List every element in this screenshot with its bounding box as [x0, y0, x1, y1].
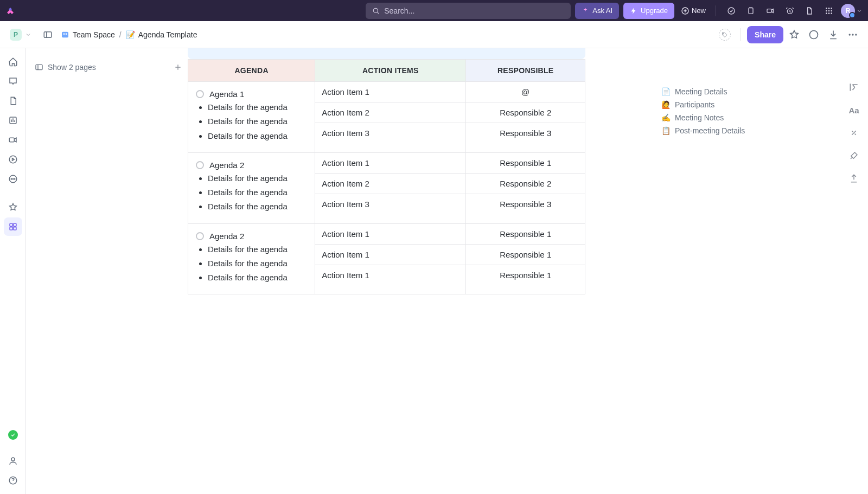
nav-docs[interactable] — [4, 92, 22, 110]
table-row: Agenda 1Details for the agen­daDetails f… — [188, 82, 585, 153]
svg-rect-32 — [13, 223, 16, 226]
nav-inbox[interactable] — [4, 72, 22, 91]
agenda-detail[interactable]: Details for the agen­da — [208, 173, 307, 184]
toc-item[interactable]: 📄Meeting Details — [661, 87, 745, 96]
doc-canvas: Show 2 pages 📄Meeting Details 🙋Participa… — [26, 48, 868, 494]
action-item[interactable]: Action Item 2 — [315, 102, 465, 123]
svg-point-12 — [826, 12, 827, 14]
svg-point-26 — [9, 156, 17, 163]
comments-button[interactable] — [805, 26, 822, 43]
svg-point-9 — [826, 10, 827, 11]
agenda-detail[interactable]: Details for the agen­da — [208, 116, 307, 127]
radio-icon[interactable] — [196, 232, 204, 240]
radio-icon[interactable] — [196, 90, 204, 98]
agenda-detail[interactable]: Details for the agen­da — [208, 244, 307, 255]
reminder-icon[interactable] — [782, 3, 797, 18]
responsible-value[interactable]: Responsible 3 — [466, 123, 585, 144]
new-button[interactable]: New — [679, 7, 708, 15]
nav-invite[interactable] — [4, 452, 22, 470]
svg-rect-15 — [44, 31, 52, 37]
divider — [740, 28, 741, 41]
nav-clips[interactable] — [4, 131, 22, 149]
action-item[interactable]: Action Item 3 — [315, 194, 465, 214]
responsible-value[interactable]: Responsible 3 — [466, 194, 585, 214]
svg-point-14 — [831, 12, 832, 14]
svg-point-19 — [723, 33, 724, 34]
apps-grid-icon[interactable] — [821, 3, 837, 18]
nav-spaces[interactable] — [4, 217, 22, 236]
agenda-cell[interactable]: Agenda 2Details for the agen­daDetails f… — [188, 223, 315, 294]
ask-ai-button[interactable]: Ask AI — [575, 3, 619, 19]
tag-button[interactable] — [716, 26, 733, 43]
upgrade-button[interactable]: Upgrade — [623, 3, 674, 19]
breadcrumb-space[interactable]: Team Space — [61, 30, 115, 39]
chevron-down-icon — [25, 31, 31, 38]
agenda-title-text: Agenda 1 — [209, 89, 244, 99]
toggle-sidebar-icon[interactable] — [40, 27, 55, 42]
add-page-button[interactable] — [172, 61, 184, 73]
svg-rect-37 — [36, 65, 42, 69]
record-icon[interactable] — [763, 3, 778, 18]
nav-more[interactable] — [4, 170, 22, 188]
svg-point-7 — [828, 8, 830, 9]
more-button[interactable] — [844, 26, 861, 43]
text-style-icon[interactable]: Aa — [847, 104, 860, 117]
nav-help[interactable] — [4, 471, 22, 490]
responsible-cell: @Responsible 2Responsible 3 — [466, 82, 585, 153]
ai-tools-icon[interactable] — [847, 149, 860, 162]
radio-icon[interactable] — [196, 161, 204, 169]
doc-icon[interactable] — [802, 3, 817, 18]
favorite-button[interactable] — [786, 26, 803, 43]
workspace-switcher[interactable]: P — [7, 27, 35, 43]
nav-favorites[interactable] — [4, 198, 22, 216]
agenda-detail[interactable]: Details for the agen­da — [208, 131, 307, 142]
export-icon[interactable] — [847, 172, 860, 185]
divider — [716, 5, 716, 16]
col-agenda-header: AGENDA — [188, 60, 315, 82]
action-item[interactable]: Action Item 2 — [315, 173, 465, 194]
share-button[interactable]: Share — [747, 26, 783, 43]
left-nav — [0, 48, 26, 494]
agenda-detail[interactable]: Details for the agen­da — [208, 102, 307, 113]
action-item[interactable]: Action Item 1 — [315, 224, 465, 245]
collapse-right-icon[interactable] — [847, 81, 860, 94]
page-toolbar: P Team Space / 📝 Agenda Template Share — [0, 21, 868, 48]
nav-dashboards[interactable] — [4, 111, 22, 130]
show-pages-toggle[interactable]: Show 2 pages — [35, 63, 96, 72]
responsible-value[interactable]: @ — [466, 82, 585, 102]
nav-timesheets[interactable] — [4, 150, 22, 169]
svg-rect-4 — [767, 9, 771, 12]
agenda-detail[interactable]: Details for the agen­da — [208, 187, 307, 198]
toc-item[interactable]: 🙋Participants — [661, 100, 745, 109]
responsible-value[interactable]: Responsible 1 — [466, 224, 585, 245]
sparkle-icon — [582, 7, 589, 15]
responsible-value[interactable]: Responsible 2 — [466, 173, 585, 194]
account-menu[interactable]: R — [841, 4, 863, 18]
action-item[interactable]: Action Item 3 — [315, 123, 465, 144]
agenda-detail[interactable]: Details for the agen­da — [208, 272, 307, 283]
agenda-detail[interactable]: Details for the agen­da — [208, 258, 307, 269]
responsible-value[interactable]: Responsible 2 — [466, 102, 585, 123]
action-item[interactable]: Action Item 1 — [315, 82, 465, 102]
nav-status[interactable] — [4, 426, 22, 444]
task-check-icon[interactable] — [724, 3, 739, 18]
breadcrumb-page[interactable]: 📝 Agenda Template — [126, 30, 197, 39]
agenda-cell[interactable]: Agenda 2Details for the agen­daDetails f… — [188, 152, 315, 223]
download-button[interactable] — [825, 26, 842, 43]
toc-item[interactable]: ✍️Meeting Notes — [661, 113, 745, 122]
toc-item[interactable]: 📋Post-meeting Details — [661, 126, 745, 135]
notepad-icon[interactable] — [743, 3, 758, 18]
agenda-cell[interactable]: Agenda 1Details for the agen­daDetails f… — [188, 82, 315, 153]
nav-home[interactable] — [4, 53, 22, 71]
agenda-detail[interactable]: Details for the agen­da — [208, 201, 307, 212]
action-item[interactable]: Action Item 1 — [315, 265, 465, 285]
responsible-value[interactable]: Responsible 1 — [466, 265, 585, 285]
relationships-icon[interactable] — [847, 126, 860, 139]
svg-point-21 — [849, 34, 851, 35]
action-item[interactable]: Action Item 1 — [315, 153, 465, 174]
global-search[interactable]: Search... — [366, 3, 571, 19]
page-icon: 📄 — [661, 87, 671, 96]
responsible-value[interactable]: Responsible 1 — [466, 153, 585, 174]
responsible-value[interactable]: Responsible 1 — [466, 244, 585, 265]
action-item[interactable]: Action Item 1 — [315, 244, 465, 265]
